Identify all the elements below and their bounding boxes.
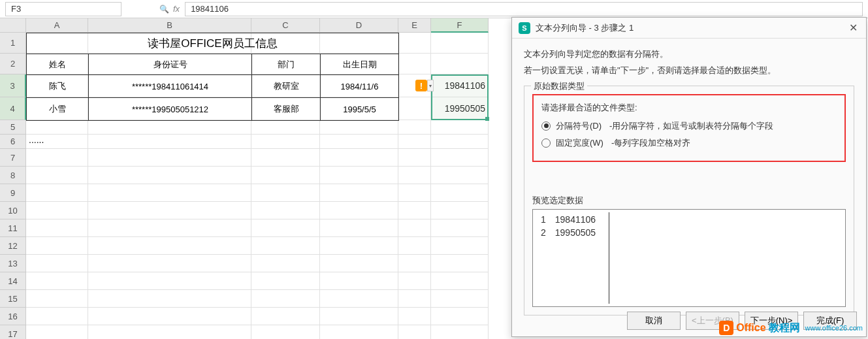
formula-input[interactable] — [185, 2, 863, 16]
table-header: 身份证号 — [89, 54, 252, 75]
row-header-6[interactable]: 6 — [0, 135, 26, 149]
table-cell[interactable]: 1995/5/5 — [321, 98, 399, 121]
app-icon: S — [519, 22, 530, 34]
file-type-prompt: 请选择最合适的文件类型: — [541, 102, 837, 114]
close-icon[interactable]: ✕ — [846, 22, 860, 35]
text-to-columns-dialog: S 文本分列向导 - 3 步骤之 1 ✕ 文本分列向导判定您的数据有分隔符。 若… — [511, 17, 867, 337]
table-cell[interactable]: ******198411061414 — [89, 75, 252, 98]
table-header: 出生日期 — [321, 54, 399, 75]
fill-handle[interactable] — [485, 117, 489, 121]
preview-box: 119841106 219950505 — [532, 209, 846, 307]
preview-label: 预览选定数据 — [532, 195, 846, 206]
row-header-14[interactable]: 14 — [0, 272, 26, 290]
col-header-D[interactable]: D — [320, 18, 398, 33]
name-box[interactable] — [5, 2, 121, 16]
radio-icon[interactable] — [541, 121, 551, 131]
row-header-4[interactable]: 4 — [0, 97, 26, 120]
row-header-11[interactable]: 11 — [0, 219, 26, 237]
cell-A6[interactable]: ······ — [26, 135, 88, 149]
row-header-7[interactable]: 7 — [0, 149, 26, 167]
row-header-16[interactable]: 16 — [0, 308, 26, 325]
radio-delimited[interactable]: 分隔符号(D) -用分隔字符，如逗号或制表符分隔每个字段 — [541, 120, 837, 132]
table-cell[interactable]: 小雪 — [27, 98, 89, 121]
dialog-titlebar[interactable]: S 文本分列向导 - 3 步骤之 1 ✕ — [512, 18, 866, 39]
row-header-13[interactable]: 13 — [0, 255, 26, 272]
select-all-corner[interactable] — [0, 18, 26, 33]
fx-label[interactable]: fx — [173, 4, 180, 14]
fieldset-legend: 原始数据类型 — [531, 80, 587, 92]
dialog-text: 文本分列向导判定您的数据有分隔符。 — [524, 48, 854, 61]
table-header: 部门 — [252, 54, 321, 75]
formula-bar: 🔍 fx — [0, 0, 868, 18]
watermark: D Office教程网 www.office26.com — [719, 321, 863, 335]
row-header-3[interactable]: 3 — [0, 74, 26, 97]
table-cell[interactable]: 陈飞 — [27, 75, 89, 98]
col-header-E[interactable]: E — [398, 18, 431, 33]
preview-row-val: 19841106 — [551, 214, 600, 225]
preview-separator — [609, 212, 609, 304]
selection-marquee — [431, 74, 489, 120]
row-header-15[interactable]: 15 — [0, 290, 26, 308]
row-header-5[interactable]: 5 — [0, 120, 26, 135]
original-data-type-fieldset: 原始数据类型 请选择最合适的文件类型: 分隔符号(D) -用分隔字符，如逗号或制… — [524, 86, 854, 315]
table-cell[interactable]: 1984/11/6 — [321, 75, 399, 98]
row-header-17[interactable]: 17 — [0, 325, 26, 339]
preview-row-val: 19950505 — [551, 227, 600, 238]
col-header-A[interactable]: A — [26, 18, 88, 33]
col-header-B[interactable]: B — [88, 18, 251, 33]
row-header-10[interactable]: 10 — [0, 202, 26, 219]
search-icon[interactable]: 🔍 — [159, 5, 169, 14]
error-dropdown[interactable]: ▾ — [427, 80, 434, 91]
row-header-9[interactable]: 9 — [0, 184, 26, 202]
table-cell[interactable]: 教研室 — [252, 75, 321, 98]
dialog-title: 文本分列向导 - 3 步骤之 1 — [536, 22, 846, 34]
table-header: 姓名 — [27, 54, 89, 75]
dialog-text: 若一切设置无误，请单击"下一步"，否则请选择最合适的数据类型。 — [524, 64, 854, 78]
row-header-12[interactable]: 12 — [0, 237, 26, 255]
col-header-F[interactable]: F — [431, 18, 489, 33]
table-cell[interactable]: 客服部 — [252, 98, 321, 121]
table-cell[interactable]: ******199505051212 — [89, 98, 252, 121]
preview-row-num: 2 — [537, 227, 550, 238]
row-header-1[interactable]: 1 — [0, 33, 26, 54]
col-header-C[interactable]: C — [251, 18, 320, 33]
row-header-8[interactable]: 8 — [0, 167, 26, 184]
preview-row-num: 1 — [537, 214, 550, 225]
error-indicator-icon[interactable]: ! — [415, 80, 427, 91]
row-header-2[interactable]: 2 — [0, 54, 26, 74]
radio-icon[interactable] — [541, 138, 551, 148]
cancel-button[interactable]: 取消 — [627, 312, 681, 330]
radio-fixed-width[interactable]: 固定宽度(W) -每列字段加空格对齐 — [541, 137, 837, 149]
office-icon: D — [719, 321, 733, 335]
table-title: 读书屋OFFICE网员工信息 — [27, 33, 399, 54]
